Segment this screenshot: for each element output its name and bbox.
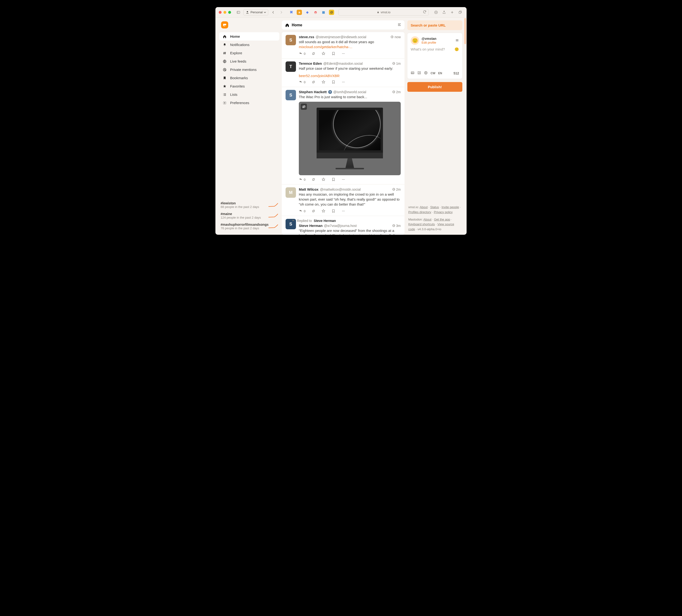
search-input[interactable]: Search or paste URL	[407, 20, 462, 30]
content-warning-button[interactable]: CW	[431, 72, 435, 75]
hide-media-button[interactable]	[301, 104, 307, 110]
footer-getapp-link[interactable]: Get the app	[434, 218, 450, 221]
avatar[interactable]: T	[286, 61, 296, 72]
post[interactable]: MMatt Wilcox@mattwilcox@mstdn.social2mHa…	[282, 184, 405, 216]
nav-item-favorites[interactable]: Favorites	[219, 82, 279, 90]
boost-button[interactable]	[312, 52, 315, 56]
attach-media-button[interactable]	[411, 71, 414, 75]
nav-item-live-feeds[interactable]: Live feeds	[219, 57, 279, 65]
visibility-button[interactable]	[424, 71, 428, 75]
boost-button[interactable]	[312, 178, 315, 181]
boost-button[interactable]	[312, 209, 315, 213]
post-timestamp[interactable]: 3m	[392, 224, 401, 228]
share-button[interactable]	[441, 9, 447, 16]
footer-shortcuts-link[interactable]: Keyboard shortcuts	[408, 222, 435, 226]
language-button[interactable]: EN	[438, 72, 442, 75]
avatar[interactable]: S	[286, 35, 296, 45]
extension-icon[interactable]: ⌘	[289, 10, 294, 15]
post-author-handle[interactable]: @w7voa@journa.host	[324, 224, 357, 228]
reload-button[interactable]	[423, 10, 427, 15]
extension-icon[interactable]: ◓	[313, 10, 318, 15]
reply-button[interactable]: 0	[299, 209, 305, 213]
nav-item-bookmarks[interactable]: Bookmarks	[219, 74, 279, 82]
reply-button[interactable]: 0	[299, 52, 305, 56]
downloads-button[interactable]	[433, 9, 439, 16]
post-timestamp[interactable]: now	[390, 35, 401, 39]
footer-about-link[interactable]: About	[420, 205, 428, 209]
tab-group-select[interactable]: Personal	[243, 9, 268, 16]
post-author-handle[interactable]: @ismh@eworld.social	[334, 90, 366, 94]
post-author-name[interactable]: Stephen Hackett	[299, 90, 327, 94]
favorite-button[interactable]	[322, 178, 325, 181]
more-button[interactable]	[341, 52, 345, 56]
footer-profiles-link[interactable]: Profiles directory	[408, 210, 431, 214]
maximize-window-button[interactable]	[228, 11, 231, 14]
footer-status-link[interactable]: Status	[430, 205, 439, 209]
sidebar-toggle-button[interactable]	[235, 9, 242, 16]
reply-button[interactable]: 0	[299, 80, 305, 84]
compose-menu-button[interactable]	[455, 38, 459, 43]
post-link[interactable]: beer52.com/join/ABVXBR	[299, 74, 340, 78]
footer-privacy-link[interactable]: Privacy policy	[434, 210, 453, 214]
footer-invite-link[interactable]: Invite people	[441, 205, 459, 209]
emoji-picker-button[interactable]: 🙂	[455, 47, 459, 51]
more-button[interactable]	[341, 178, 345, 181]
bookmark-button[interactable]	[332, 80, 335, 84]
close-window-button[interactable]	[219, 11, 222, 14]
extension-icon[interactable]: ▦	[321, 10, 326, 15]
avatar[interactable]: M	[286, 187, 296, 198]
column-settings-button[interactable]	[397, 23, 401, 27]
avatar[interactable]: S	[286, 90, 296, 100]
nav-item-home[interactable]: Home	[219, 32, 279, 41]
trend-item[interactable]: #maine124 people in the past 2 days	[221, 212, 278, 219]
bookmark-button[interactable]	[332, 178, 335, 181]
reply-button[interactable]: 0	[299, 178, 305, 181]
poll-button[interactable]	[417, 71, 421, 75]
back-button[interactable]	[270, 9, 276, 16]
post[interactable]: SReplied to Steve HermanSteve Herman@w7v…	[282, 216, 405, 235]
nav-item-preferences[interactable]: Preferences	[219, 98, 279, 107]
avatar[interactable]: 🙂	[411, 36, 419, 45]
nav-item-explore[interactable]: Explore	[219, 49, 279, 57]
post-timestamp[interactable]: 1m	[392, 62, 401, 65]
favorite-button[interactable]	[322, 80, 325, 84]
more-button[interactable]	[341, 80, 345, 84]
extension-icon[interactable]: @	[329, 10, 334, 15]
post-author-name[interactable]: Matt Wilcox	[299, 187, 318, 191]
post-author-handle[interactable]: @mattwilcox@mstdn.social	[320, 188, 361, 191]
favorite-button[interactable]	[322, 209, 325, 213]
publish-button[interactable]: Publish!	[407, 82, 462, 92]
new-tab-button[interactable]	[449, 9, 455, 16]
nav-item-lists[interactable]: Lists	[219, 90, 279, 98]
post-link[interactable]: mixcloud.com/getdarker/hatcha-...	[299, 45, 353, 49]
post-author-name[interactable]: Steve Herman	[299, 224, 322, 228]
nav-item-notifications[interactable]: Notifications	[219, 41, 279, 49]
nav-item-private-mentions[interactable]: Private mentions	[219, 65, 279, 74]
address-bar[interactable]: vmst.io	[338, 9, 429, 16]
more-button[interactable]	[341, 209, 345, 213]
bookmark-button[interactable]	[332, 209, 335, 213]
post-media[interactable]	[299, 102, 401, 175]
post-author-name[interactable]: Terence Eden	[299, 61, 322, 65]
extension-icon[interactable]: ◆	[305, 10, 310, 15]
boost-button[interactable]	[312, 80, 315, 84]
bookmark-button[interactable]	[332, 52, 335, 56]
scrollbar-thumb[interactable]	[464, 18, 466, 44]
forward-button[interactable]	[278, 9, 285, 16]
post-author-handle[interactable]: @stevenjmesser@indieweb.social	[316, 35, 366, 39]
tabs-overview-button[interactable]	[457, 9, 463, 16]
edit-profile-link[interactable]: Edit profile	[422, 41, 436, 45]
trend-item[interactable]: #mashuphorrorfilmsandsongs76 people in t…	[221, 223, 278, 230]
post-author-handle[interactable]: @Edent@mastodon.social	[323, 62, 363, 65]
trend-item[interactable]: #lewiston88 people in the past 2 days	[221, 201, 278, 208]
footer-mastodon-about-link[interactable]: About	[424, 218, 432, 221]
favorite-button[interactable]	[322, 52, 325, 56]
post[interactable]: TTerence Eden@Edent@mastodon.social1mHal…	[282, 58, 405, 87]
mastodon-logo[interactable]	[221, 21, 228, 28]
minimize-window-button[interactable]	[224, 11, 226, 14]
post-timestamp[interactable]: 2m	[392, 90, 401, 94]
post-author-name[interactable]: steve.rss	[299, 35, 314, 39]
extension-icon[interactable]: a	[297, 10, 302, 15]
post[interactable]: SStephen Hackett✦@ismh@eworld.social2mTh…	[282, 87, 405, 184]
compose-textarea[interactable]: What's on your mind? 🙂	[411, 47, 459, 64]
